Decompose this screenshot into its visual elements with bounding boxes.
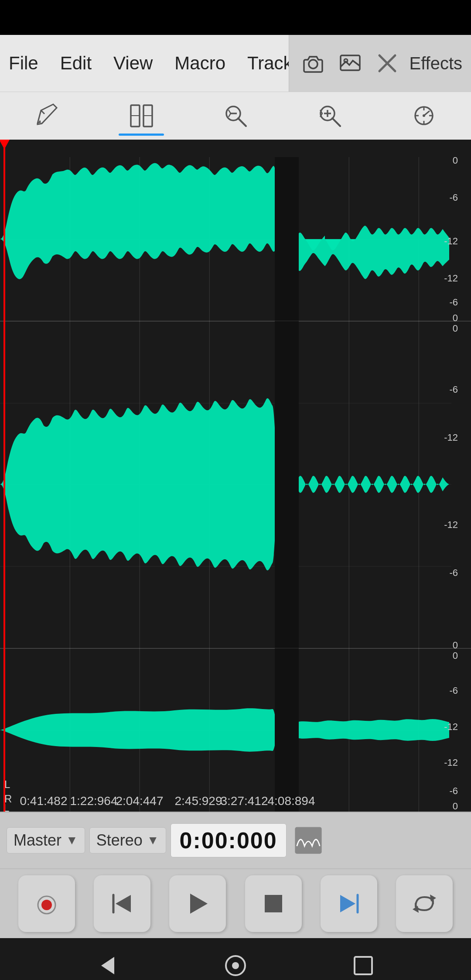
svg-text:-12: -12 — [444, 236, 458, 247]
svg-marker-74 — [340, 895, 355, 912]
svg-marker-71 — [116, 895, 131, 912]
play-button[interactable] — [169, 875, 226, 932]
stereo-dropdown[interactable]: Stereo ▼ — [89, 827, 166, 853]
android-back-button[interactable] — [90, 948, 125, 980]
master-dropdown[interactable]: Master ▼ — [7, 827, 85, 853]
record-button[interactable] — [18, 875, 75, 932]
svg-text:-12: -12 — [444, 432, 458, 443]
svg-rect-36 — [275, 157, 299, 321]
stereo-dropdown-arrow: ▼ — [147, 833, 159, 847]
android-recents-button[interactable] — [346, 948, 381, 980]
transport-bar: Master ▼ Stereo ▼ 0:00:000 — [0, 812, 471, 868]
menu-macro[interactable]: Macro — [174, 53, 225, 74]
android-home-button[interactable] — [218, 948, 253, 980]
svg-text:-6: -6 — [449, 192, 458, 203]
playback-bar — [0, 868, 471, 938]
menu-view[interactable]: View — [113, 53, 153, 74]
svg-line-10 — [238, 118, 246, 126]
svg-rect-40 — [275, 648, 299, 812]
playhead — [3, 140, 5, 812]
svg-marker-78 — [101, 957, 114, 974]
svg-point-80 — [232, 962, 239, 969]
menu-edit[interactable]: Edit — [60, 53, 92, 74]
close-icon-button[interactable] — [372, 48, 403, 79]
svg-text:3:27:412: 3:27:412 — [221, 794, 268, 808]
svg-text:4:08:894: 4:08:894 — [268, 794, 315, 808]
svg-text:-6: -6 — [449, 384, 458, 395]
svg-text:-12: -12 — [444, 273, 458, 284]
waveform-view-button[interactable] — [291, 823, 326, 858]
svg-point-69 — [41, 900, 52, 910]
multitool-button[interactable] — [396, 96, 452, 136]
svg-text:0: 0 — [453, 640, 458, 651]
master-label: Master — [14, 831, 61, 850]
svg-text:0:41:482: 0:41:482 — [20, 794, 68, 808]
svg-point-22 — [423, 114, 425, 117]
svg-text:-6: -6 — [449, 685, 458, 696]
svg-text:1:22:964: 1:22:964 — [70, 794, 118, 808]
svg-text:-12: -12 — [444, 519, 458, 530]
svg-text:2:45:929: 2:45:929 — [175, 794, 222, 808]
svg-text:-12: -12 — [444, 757, 458, 768]
svg-text:-12: -12 — [444, 721, 458, 732]
loop-button[interactable] — [396, 875, 453, 932]
android-nav-bar — [0, 938, 471, 980]
screenshot-icon-button[interactable] — [335, 48, 365, 79]
svg-point-0 — [309, 60, 317, 69]
svg-rect-73 — [265, 895, 282, 912]
stereo-label: Stereo — [96, 831, 143, 850]
svg-rect-81 — [355, 957, 372, 974]
time-display: 0:00:000 — [171, 823, 287, 857]
zoom-in-tool-button[interactable] — [301, 96, 358, 136]
status-bar — [0, 0, 471, 35]
waveform-area[interactable]: 0 -6 -12 -12 -6 0 0 -6 -12 -12 -6 0 0 -6… — [0, 140, 471, 812]
svg-text:-6: -6 — [449, 297, 458, 308]
zoom-out-tool-button[interactable] — [207, 96, 264, 136]
selection-tool-button[interactable] — [113, 96, 170, 136]
effects-toolbar: Effects — [289, 35, 471, 92]
channel-labels: L R — [4, 777, 12, 806]
channel-r-label: R — [4, 792, 12, 806]
menu-file[interactable]: File — [9, 53, 38, 74]
svg-text:0: 0 — [453, 650, 458, 661]
effects-label: Effects — [409, 54, 462, 73]
rewind-start-button[interactable] — [94, 875, 150, 932]
menu-bar: File Edit View Macro Track Effe — [0, 35, 471, 92]
svg-rect-38 — [275, 321, 299, 648]
master-dropdown-arrow: ▼ — [66, 833, 78, 847]
svg-marker-72 — [190, 894, 208, 914]
pencil-tool-button[interactable] — [19, 96, 75, 136]
camera-icon-button[interactable] — [298, 48, 328, 79]
stop-button[interactable] — [245, 875, 302, 932]
svg-text:0: 0 — [453, 157, 458, 166]
playhead-triangle — [0, 140, 10, 149]
svg-text:-6: -6 — [449, 785, 458, 796]
tool-bar — [0, 92, 471, 140]
skip-end-button[interactable] — [321, 875, 377, 932]
svg-text:0: 0 — [453, 801, 458, 812]
channel-l-label: L — [4, 777, 12, 792]
menu-track[interactable]: Track — [247, 53, 292, 74]
svg-text:2:04:447: 2:04:447 — [116, 794, 164, 808]
svg-line-13 — [332, 118, 340, 126]
waveform-svg: 0 -6 -12 -12 -6 0 0 -6 -12 -12 -6 0 0 -6… — [0, 157, 471, 812]
svg-text:-6: -6 — [449, 567, 458, 578]
svg-text:0: 0 — [453, 323, 458, 334]
svg-text:0: 0 — [453, 312, 458, 323]
